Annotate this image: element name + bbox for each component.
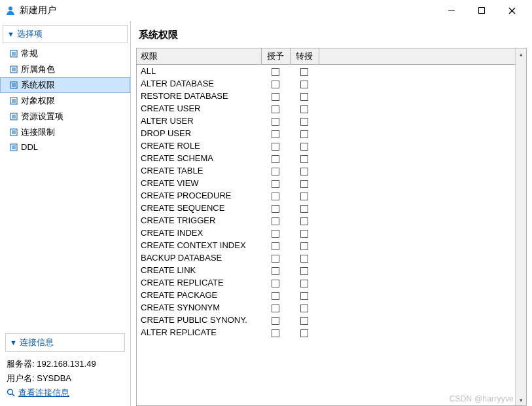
privilege-name: CREATE REPLICATE	[137, 276, 261, 289]
grant-checkbox[interactable]	[272, 193, 279, 200]
grant-checkbox[interactable]	[272, 130, 279, 138]
table-row[interactable]: CREATE SEQUENCE	[137, 202, 515, 214]
table-row[interactable]: CREATE ROLE	[137, 139, 515, 152]
table-row[interactable]: CREATE SYNONYM	[137, 301, 515, 314]
transfer-checkbox[interactable]	[300, 205, 308, 213]
col-privilege[interactable]: 权限	[137, 48, 261, 65]
privilege-name: DROP USER	[137, 127, 261, 139]
nav-item-roles[interactable]: 所属角色	[0, 62, 130, 77]
grant-checkbox[interactable]	[272, 255, 279, 263]
table-row[interactable]: CREATE REPLICATE	[137, 276, 515, 289]
maximize-button[interactable]	[467, 1, 497, 20]
grant-checkbox[interactable]	[272, 93, 279, 101]
transfer-checkbox[interactable]	[300, 180, 308, 188]
nav-item-resource-settings[interactable]: 资源设置项	[0, 109, 130, 124]
table-row[interactable]: ALTER USER	[137, 115, 515, 127]
transfer-checkbox[interactable]	[300, 130, 308, 138]
magnifier-icon	[7, 388, 16, 397]
transfer-checkbox[interactable]	[300, 68, 308, 76]
grant-checkbox[interactable]	[272, 180, 279, 188]
transfer-checkbox[interactable]	[300, 230, 308, 238]
nav-label: 常规	[21, 48, 38, 60]
table-row[interactable]: CREATE INDEX	[137, 227, 515, 239]
col-grant[interactable]: 授予	[261, 48, 290, 65]
grant-checkbox[interactable]	[272, 118, 279, 126]
col-filler	[319, 48, 515, 65]
scroll-down-icon[interactable]: ▾	[516, 394, 526, 405]
connection-header[interactable]: ▼ 连接信息	[5, 333, 125, 352]
grant-checkbox[interactable]	[272, 242, 279, 250]
nav-item-connection-limit[interactable]: 连接限制	[0, 124, 130, 140]
transfer-checkbox[interactable]	[300, 255, 308, 263]
table-row[interactable]: CREATE CONTEXT INDEX	[137, 239, 515, 251]
transfer-checkbox[interactable]	[300, 168, 308, 175]
nav-item-ddl[interactable]: DDL	[0, 140, 130, 154]
connection-header-label: 连接信息	[20, 337, 54, 348]
page-icon	[9, 96, 18, 105]
grant-checkbox[interactable]	[272, 304, 279, 312]
grant-checkbox[interactable]	[272, 81, 279, 88]
transfer-checkbox[interactable]	[300, 143, 308, 151]
close-button[interactable]	[497, 1, 527, 20]
grant-checkbox[interactable]	[272, 155, 279, 163]
table-row[interactable]: DROP USER	[137, 127, 515, 139]
table-row[interactable]: BACKUP DATABASE	[137, 251, 515, 264]
table-row[interactable]: CREATE TRIGGER	[137, 214, 515, 227]
grant-checkbox[interactable]	[272, 205, 279, 213]
transfer-checkbox[interactable]	[300, 280, 308, 287]
table-row[interactable]: ALTER DATABASE	[137, 77, 515, 90]
grant-checkbox[interactable]	[272, 329, 279, 337]
transfer-checkbox[interactable]	[300, 267, 308, 275]
options-header[interactable]: ▼ 选择项	[3, 25, 128, 43]
view-connection-link[interactable]: 查看连接信息	[7, 387, 69, 399]
vertical-scrollbar[interactable]: ▴ ▾	[515, 48, 526, 405]
grant-checkbox[interactable]	[272, 292, 279, 300]
minimize-button[interactable]	[436, 1, 467, 20]
window-title: 新建用户	[20, 5, 436, 16]
table-row[interactable]: CREATE PROCEDURE	[137, 189, 515, 202]
grant-checkbox[interactable]	[272, 267, 279, 275]
view-connection-link-label: 查看连接信息	[18, 387, 69, 399]
table-row[interactable]: CREATE SCHEMA	[137, 152, 515, 164]
grant-checkbox[interactable]	[272, 68, 279, 76]
grant-checkbox[interactable]	[272, 217, 279, 225]
grant-checkbox[interactable]	[272, 143, 279, 151]
table-row[interactable]: RESTORE DATABASE	[137, 90, 515, 102]
grant-checkbox[interactable]	[272, 168, 279, 175]
transfer-checkbox[interactable]	[300, 242, 308, 250]
transfer-checkbox[interactable]	[300, 81, 308, 88]
nav-item-object-privileges[interactable]: 对象权限	[0, 93, 130, 109]
table-row[interactable]: CREATE VIEW	[137, 177, 515, 189]
table-row[interactable]: CREATE USER	[137, 102, 515, 115]
grant-checkbox[interactable]	[272, 317, 279, 325]
grant-checkbox[interactable]	[272, 230, 279, 238]
table-row[interactable]: CREATE LINK	[137, 264, 515, 276]
transfer-checkbox[interactable]	[300, 93, 308, 101]
privilege-name: CREATE LINK	[137, 264, 261, 276]
transfer-checkbox[interactable]	[300, 304, 308, 312]
privilege-name: CREATE ROLE	[137, 139, 261, 152]
privilege-name: CREATE SEQUENCE	[137, 202, 261, 214]
transfer-checkbox[interactable]	[300, 193, 308, 200]
page-icon	[9, 81, 18, 90]
table-row[interactable]: CREATE TABLE	[137, 164, 515, 177]
transfer-checkbox[interactable]	[300, 317, 308, 325]
grant-checkbox[interactable]	[272, 105, 279, 113]
grant-checkbox[interactable]	[272, 280, 279, 287]
table-row[interactable]: CREATE PUBLIC SYNONY.	[137, 314, 515, 326]
nav-item-general[interactable]: 常规	[0, 46, 130, 62]
scroll-up-icon[interactable]: ▴	[516, 48, 526, 60]
nav-list: 常规 所属角色 系统权限 对象权限	[0, 43, 130, 157]
transfer-checkbox[interactable]	[300, 292, 308, 300]
col-transfer[interactable]: 转授	[290, 48, 319, 65]
transfer-checkbox[interactable]	[300, 217, 308, 225]
table-row[interactable]: ALTER REPLICATE	[137, 326, 515, 339]
transfer-checkbox[interactable]	[300, 155, 308, 163]
transfer-checkbox[interactable]	[300, 329, 308, 337]
table-row[interactable]: CREATE PACKAGE	[137, 289, 515, 301]
transfer-checkbox[interactable]	[300, 105, 308, 113]
transfer-checkbox[interactable]	[300, 118, 308, 126]
privilege-name: CREATE USER	[137, 102, 261, 115]
nav-item-system-privileges[interactable]: 系统权限	[0, 77, 130, 93]
table-row[interactable]: ALL	[137, 65, 515, 78]
